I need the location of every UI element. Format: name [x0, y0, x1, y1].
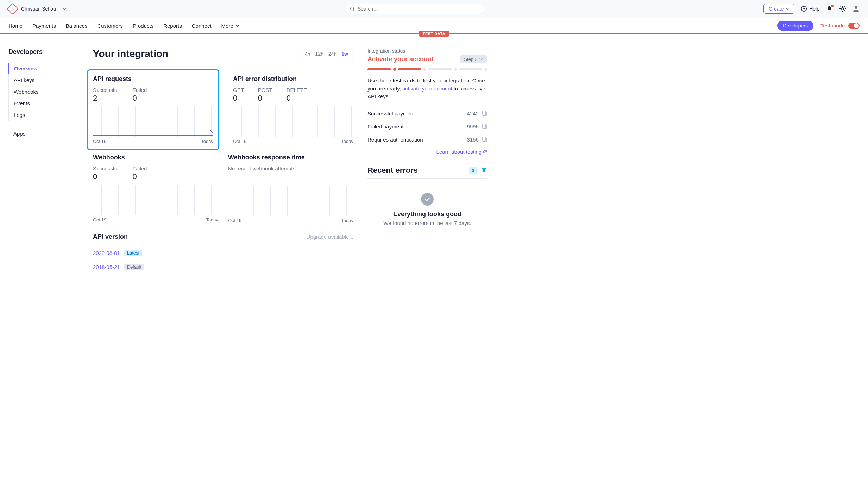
axis-start: Oct 19 [233, 139, 246, 144]
version-row[interactable]: 2022-08-01 Latest ________ [93, 246, 353, 260]
sidebar-item-apps[interactable]: Apps [8, 128, 79, 139]
svg-rect-11 [483, 137, 486, 141]
testmode-toggle-area[interactable]: Test mode [820, 23, 860, 29]
testmode-toggle[interactable] [848, 23, 860, 29]
time-opt-1w[interactable]: 1w [341, 51, 348, 57]
gear-icon [839, 5, 846, 12]
chevron-down-icon [235, 24, 240, 28]
rp-title-row: Activate your account Step 2 / 4 [367, 55, 487, 63]
learn-about-testing-link[interactable]: Learn about testing [436, 149, 487, 155]
sidebar-list: Overview API keys Webhooks Events Logs [8, 63, 79, 121]
nav-customers[interactable]: Customers [97, 23, 123, 29]
sidebar-item-api-keys[interactable]: API keys [9, 74, 79, 86]
logo-icon [7, 3, 19, 15]
nav-more[interactable]: More [221, 23, 240, 29]
content: Developers Overview API keys Webhooks Ev… [0, 34, 868, 281]
svg-rect-9 [483, 124, 486, 128]
version-placeholder: ________ [323, 264, 353, 270]
test-card-label: Requires authentication [367, 137, 423, 143]
filter-area: 2 [469, 167, 487, 174]
clipboard-icon[interactable] [482, 111, 487, 116]
all-good-subtitle: We found no errors in the last 7 days. [367, 220, 487, 226]
stats-row: Successful 0 Failed 0 [93, 165, 218, 181]
chart-axis: Oct 19 Today [233, 139, 353, 144]
svg-rect-7 [483, 111, 486, 115]
all-good-title: Everything looks good [367, 211, 487, 218]
sidebar-item-overview[interactable]: Overview [8, 63, 79, 74]
right-panel: Integration status Activate your account… [367, 48, 487, 274]
no-attempts-text: No recent webhook attempts [228, 165, 353, 171]
chart-axis: Oct 19 Today [93, 217, 218, 222]
card-webhooks[interactable]: Webhooks Successful 0 Failed 0 Oct 19 To… [93, 154, 218, 223]
version-left: 2018-05-21 Default [93, 264, 144, 270]
svg-text:?: ? [803, 7, 805, 11]
card-api-errors[interactable]: API error distribution GET 0 POST 0 DELE… [233, 75, 353, 144]
search-input[interactable] [358, 6, 480, 12]
version-date: 2022-08-01 [93, 250, 120, 256]
chevron-down-icon [62, 7, 67, 11]
card-api-requests[interactable]: API requests Successful 2 Failed 0 Oct 1… [87, 69, 219, 150]
nav-more-label: More [221, 23, 233, 29]
nav-balances[interactable]: Balances [66, 23, 88, 29]
section-title-text: API version [93, 233, 128, 240]
nav-connect[interactable]: Connect [192, 23, 212, 29]
account-switcher[interactable]: Christian Schou [8, 5, 67, 13]
stat-get: GET 0 [233, 87, 244, 103]
stats-row: Successful 2 Failed 0 [93, 87, 213, 103]
search-box[interactable] [345, 4, 485, 14]
clipboard-icon[interactable] [482, 124, 487, 129]
nav-products[interactable]: Products [133, 23, 153, 29]
create-label: Create [769, 6, 784, 12]
activate-account-link[interactable]: activate your account [402, 86, 452, 92]
stat-value: 2 [93, 94, 119, 103]
stat-failed: Failed 0 [133, 87, 147, 103]
test-card-number: ····4242 [461, 111, 479, 117]
stat-value: 0 [287, 94, 307, 103]
progress-segment [398, 68, 422, 70]
user-icon [853, 5, 860, 12]
sidebar-item-webhooks[interactable]: Webhooks [9, 86, 79, 98]
chart-axis: Oct 19 Today [93, 139, 213, 144]
upgrade-link[interactable]: Upgrade available... [307, 234, 353, 240]
check-circle-icon [421, 193, 434, 206]
settings-button[interactable] [839, 5, 846, 12]
stat-value: 0 [93, 172, 119, 181]
progress-bar [367, 68, 487, 70]
test-card-number-area: ····3155 [461, 137, 487, 143]
testmode-label: Test mode [820, 23, 845, 29]
stat-value: 0 [133, 172, 147, 181]
time-opt-4h[interactable]: 4h [305, 51, 310, 57]
time-opt-24h[interactable]: 24h [328, 51, 336, 57]
activate-title[interactable]: Activate your account [367, 56, 434, 63]
nav-home[interactable]: Home [8, 23, 23, 29]
sidebar-item-events[interactable]: Events [9, 98, 79, 109]
chart-axis: Oct 19 Today [228, 218, 353, 223]
main-header: Your integration 4h 12h 24h 1w [93, 48, 353, 59]
external-link-icon [483, 150, 487, 154]
nav-payments[interactable]: Payments [32, 23, 56, 29]
help-button[interactable]: ? Help [801, 6, 819, 12]
axis-start: Oct 19 [93, 139, 106, 144]
time-opt-12h[interactable]: 12h [315, 51, 323, 57]
version-row[interactable]: 2018-05-21 Default ________ [93, 260, 353, 274]
search-icon [350, 6, 355, 11]
progress-segment [367, 68, 391, 70]
filter-icon[interactable] [481, 167, 487, 174]
profile-button[interactable] [853, 5, 860, 12]
notifications-button[interactable] [826, 5, 833, 12]
progress-dot [393, 68, 396, 71]
clipboard-icon[interactable] [482, 137, 487, 142]
nav-reports[interactable]: Reports [163, 23, 182, 29]
step-badge: Step 2 / 4 [460, 55, 487, 63]
developers-pill[interactable]: Developers [777, 21, 813, 31]
test-data-badge: TEST DATA [419, 31, 449, 37]
version-placeholder: ________ [323, 250, 353, 256]
notification-dot [831, 5, 834, 7]
create-button[interactable]: Create [763, 4, 794, 14]
progress-dot [423, 68, 426, 71]
integration-status-label: Integration status [367, 48, 487, 54]
api-version-header: API version Upgrade available... [93, 233, 353, 240]
card-webhooks-response-time[interactable]: Webhooks response time No recent webhook… [228, 154, 353, 223]
stat-post: POST 0 [258, 87, 272, 103]
sidebar-item-logs[interactable]: Logs [9, 109, 79, 121]
